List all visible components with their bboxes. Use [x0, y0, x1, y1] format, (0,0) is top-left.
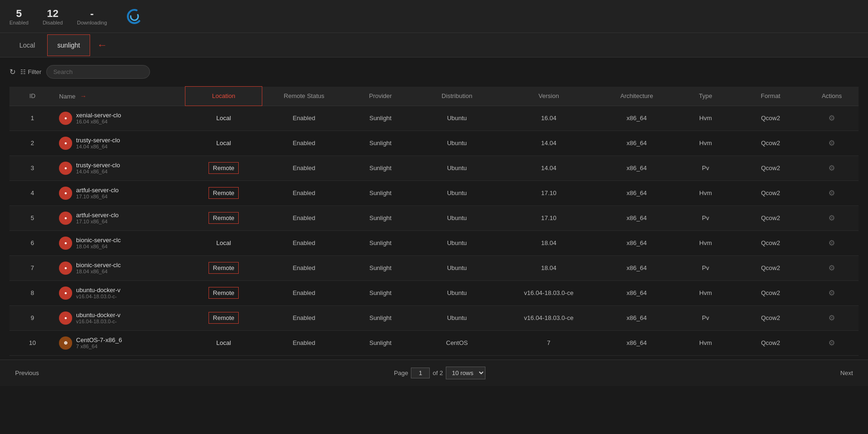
- location-local-badge: Local: [217, 339, 231, 346]
- row-id: 9: [9, 305, 55, 330]
- location-remote-badge: Remote: [209, 187, 239, 199]
- row-format: Qcow2: [736, 131, 805, 156]
- row-distribution: Ubuntu: [415, 131, 499, 156]
- table-row: 9 ● ubuntu-docker-v v16.04-18.03.0-c- Re…: [9, 305, 859, 330]
- row-distribution: Ubuntu: [415, 305, 499, 330]
- name-sub: v16.04-18.03.0-c-: [76, 319, 120, 324]
- settings-icon[interactable]: ⚙: [828, 289, 835, 297]
- os-icon: ●: [59, 237, 72, 250]
- row-version: 18.04: [499, 230, 599, 255]
- row-architecture: x86_64: [599, 156, 675, 180]
- row-remote-status: Enabled: [262, 280, 346, 305]
- col-header-type: Type: [675, 87, 736, 106]
- row-id: 4: [9, 180, 55, 205]
- row-actions[interactable]: ⚙: [805, 330, 859, 355]
- os-icon: ●: [59, 137, 72, 150]
- tab-sunlight[interactable]: sunlight: [47, 34, 90, 56]
- row-remote-status: Enabled: [262, 205, 346, 230]
- row-type: Hvm: [675, 230, 736, 255]
- location-remote-badge: Remote: [209, 287, 239, 299]
- tab-local[interactable]: Local: [9, 34, 45, 56]
- row-remote-status: Enabled: [262, 106, 346, 131]
- row-name: ● bionic-server-clc 18.04 x86_64: [55, 255, 185, 280]
- table-row: 8 ● ubuntu-docker-v v16.04-18.03.0-c- Re…: [9, 280, 859, 305]
- os-icon: ●: [59, 212, 72, 225]
- row-type: Pv: [675, 305, 736, 330]
- row-actions[interactable]: ⚙: [805, 205, 859, 230]
- row-id: 1: [9, 106, 55, 131]
- os-icon: ●: [59, 162, 72, 175]
- row-id: 3: [9, 156, 55, 180]
- next-button[interactable]: Next: [835, 367, 859, 379]
- row-actions[interactable]: ⚙: [805, 131, 859, 156]
- row-format: Qcow2: [736, 180, 805, 205]
- row-actions[interactable]: ⚙: [805, 156, 859, 180]
- location-cell: Remote: [185, 280, 262, 305]
- row-type: Pv: [675, 156, 736, 180]
- settings-icon[interactable]: ⚙: [828, 239, 835, 247]
- row-actions[interactable]: ⚙: [805, 180, 859, 205]
- search-input[interactable]: [46, 65, 150, 79]
- row-type: Hvm: [675, 180, 736, 205]
- location-local-badge: Local: [217, 239, 231, 246]
- name-main: trusty-server-clo: [76, 162, 120, 169]
- row-actions[interactable]: ⚙: [805, 106, 859, 131]
- table-row: 1 ● xenial-server-clo 16.04 x86_64 Local…: [9, 106, 859, 131]
- settings-icon[interactable]: ⚙: [828, 339, 835, 347]
- row-id: 8: [9, 280, 55, 305]
- location-cell: Remote: [185, 180, 262, 205]
- row-version: 14.04: [499, 131, 599, 156]
- col-header-id: ID: [9, 87, 55, 106]
- table-row: 6 ● bionic-server-clc 18.04 x86_64 Local…: [9, 230, 859, 255]
- table-body: 1 ● xenial-server-clo 16.04 x86_64 Local…: [9, 106, 859, 355]
- row-type: Hvm: [675, 330, 736, 355]
- settings-icon[interactable]: ⚙: [828, 264, 835, 272]
- row-name: ⊕ CentOS-7-x86_6 7 x86_64: [55, 330, 185, 355]
- name-main: xenial-server-clo: [76, 112, 121, 119]
- total-pages: of 2: [433, 369, 443, 377]
- col-header-distribution: Distribution: [415, 87, 499, 106]
- row-remote-status: Enabled: [262, 305, 346, 330]
- row-version: v16.04-18.03.0-ce: [499, 280, 599, 305]
- settings-icon[interactable]: ⚙: [828, 189, 835, 197]
- row-provider: Sunlight: [346, 255, 415, 280]
- refresh-button[interactable]: ↻: [9, 67, 16, 76]
- tabs-bar: Local sunlight ←: [0, 33, 868, 57]
- page-number-input[interactable]: [411, 368, 430, 378]
- filter-label: Filter: [28, 68, 42, 75]
- row-id: 5: [9, 205, 55, 230]
- settings-icon[interactable]: ⚙: [828, 114, 835, 122]
- downloading-stat: - Downloading: [77, 8, 107, 25]
- table-container: ID Name → Location Remote Status Provide…: [0, 86, 868, 356]
- row-name: ● xenial-server-clo 16.04 x86_64: [55, 106, 185, 131]
- enabled-count: 5: [16, 8, 22, 20]
- name-main: bionic-server-clc: [76, 237, 121, 244]
- name-sub: 18.04 x86_64: [76, 269, 121, 274]
- name-sub: 14.04 x86_64: [76, 144, 120, 149]
- row-type: Pv: [675, 205, 736, 230]
- row-remote-status: Enabled: [262, 230, 346, 255]
- row-actions[interactable]: ⚙: [805, 230, 859, 255]
- row-actions[interactable]: ⚙: [805, 280, 859, 305]
- row-distribution: Ubuntu: [415, 180, 499, 205]
- settings-icon[interactable]: ⚙: [828, 214, 835, 222]
- row-provider: Sunlight: [346, 280, 415, 305]
- disabled-stat: 12 Disabled: [42, 8, 63, 25]
- col-header-location: Location: [185, 87, 262, 106]
- row-format: Qcow2: [736, 255, 805, 280]
- previous-button[interactable]: Previous: [9, 367, 45, 379]
- settings-icon[interactable]: ⚙: [828, 164, 835, 172]
- name-main: artful-server-clo: [76, 187, 118, 194]
- row-distribution: Ubuntu: [415, 205, 499, 230]
- row-actions[interactable]: ⚙: [805, 255, 859, 280]
- settings-icon[interactable]: ⚙: [828, 139, 835, 147]
- row-distribution: Ubuntu: [415, 106, 499, 131]
- filter-button[interactable]: ☷ Filter: [20, 68, 42, 75]
- settings-icon[interactable]: ⚙: [828, 314, 835, 322]
- col-header-architecture: Architecture: [599, 87, 675, 106]
- row-actions[interactable]: ⚙: [805, 305, 859, 330]
- rows-per-page-select[interactable]: 10 rows 25 rows 50 rows: [446, 367, 485, 379]
- enabled-label: Enabled: [9, 20, 28, 25]
- row-remote-status: Enabled: [262, 180, 346, 205]
- row-architecture: x86_64: [599, 106, 675, 131]
